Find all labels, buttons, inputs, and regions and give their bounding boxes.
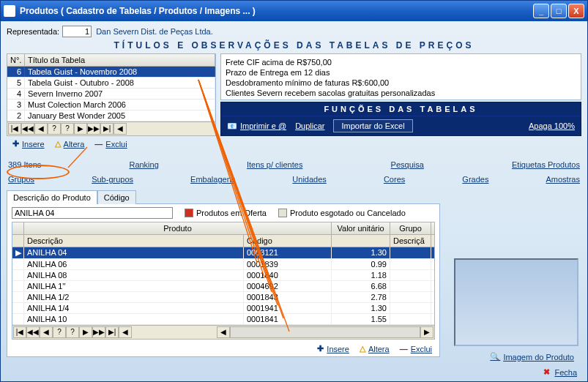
products-nav: |◀ ◀◀ ◀ ? ? ▶ ▶▶ ▶| ◀ ◀ ▶ [12,325,434,339]
pnav-help[interactable]: ? [53,326,66,338]
close-button[interactable]: X [568,4,584,18]
table-row[interactable]: 3Must Colection March 2006 [7,100,215,111]
table-row[interactable]: 4Severn Inverno 2007 [7,89,215,100]
insert-button[interactable]: ✚Insere [12,139,45,149]
obs-box[interactable]: Frete CIF acima de R$750,00 Prazo de Ent… [220,53,581,100]
lnk-amostras[interactable]: Amostras [546,175,579,184]
product-row[interactable]: ANILHA 0600018390.99 [12,259,434,270]
annotation-oval [7,165,70,179]
lnk-cores[interactable]: Cores [384,175,405,184]
pnav-extra[interactable]: ◀ [119,326,132,338]
nav-next-page[interactable]: ▶▶ [87,123,100,135]
table-row[interactable]: 5Tabela Guist - Outubro - 2008 [7,78,215,89]
representada-row: Representada: Dan Severn Dist. de Peças … [7,26,581,37]
prod-delete-button[interactable]: —Exclui [400,344,432,353]
tables-nav: |◀ ◀◀ ◀ ? ? ▶ ▶▶ ▶| ◀ [7,121,215,135]
links-row-1: 389 Itens Ranking Itens p/ clientes Pesq… [7,156,581,171]
product-row[interactable]: ANILHA 0800018401.18 [12,270,434,281]
lnk-subgrupos[interactable]: Sub-grupos [92,175,133,184]
product-search-input[interactable] [12,207,173,219]
print-button[interactable]: 📧 Imprimir e @ [227,121,286,131]
func-bar: FUNÇÕES DAS TABELAS 📧 Imprimir e @ Dupli… [220,102,581,136]
product-row[interactable]: ANILHA 1/200018432.78 [12,292,434,303]
tabs: Descrição do Produto Código [7,190,581,203]
prod-insert-button[interactable]: ✚Insere [317,344,349,353]
obs-line: Clientes Severn recebem sacolas gratuita… [226,88,576,98]
product-row[interactable]: ANILHA 1/400019411.30 [12,303,434,314]
rep-name: Dan Severn Dist. de Peças Ltda. [96,27,213,36]
chk-oferta[interactable]: Produtos em Oferta [185,209,267,217]
pnav-scroll-r[interactable]: ▶ [420,326,433,338]
rep-code-input[interactable] [62,26,92,37]
obs-line: Frete CIF acima de R$750,00 [226,57,576,67]
tab-codigo[interactable]: Código [97,190,136,204]
nav-first[interactable]: |◀ [8,123,21,135]
col-codigo[interactable]: Código [244,235,332,247]
func-title: FUNÇÕES DAS TABELAS [221,102,581,116]
table-row[interactable]: 2January Best Wonder 2005 [7,111,215,121]
edit-button[interactable]: △Altera [55,139,85,149]
window-title: Produtos ( Cadastro de Tabelas / Produto… [20,6,532,16]
lnk-ranking[interactable]: Ranking [129,160,158,169]
rep-label: Representada: [7,27,59,36]
pnav-prev[interactable]: ◀ [40,326,53,338]
nav-next[interactable]: ▶ [74,123,87,135]
hscroll[interactable] [230,326,420,338]
lnk-pesquisa[interactable]: Pesquisa [391,160,424,169]
pnav-next[interactable]: ▶ [79,326,92,338]
chk-esgotado[interactable]: Produto esgotado ou Cancelado [278,209,406,217]
lnk-itens-clientes[interactable]: Itens p/ clientes [247,160,302,169]
fecha-link[interactable]: Fecha [554,368,577,377]
product-row[interactable]: ANILHA 1000018411.55 [12,314,434,325]
col-header-n[interactable]: N°. [7,54,25,66]
nav-last[interactable]: ▶| [100,123,113,135]
footer: ✖ Fecha [543,367,577,377]
lnk-grades[interactable]: Grades [462,175,488,184]
titlebar: Produtos ( Cadastro de Tabelas / Produto… [1,1,587,21]
products-grid[interactable]: Produto Valor unitário Grupo Descrição C… [12,222,435,340]
obs-line: Prazo de Entrega em 12 dias [226,67,576,78]
duplicate-button[interactable]: Duplicar [295,121,324,130]
pnav-first[interactable]: |◀ [13,326,26,338]
nav-help2[interactable]: ? [61,123,74,135]
import-excel-button[interactable]: Importar do Excel [333,119,412,132]
col-valor[interactable]: Valor unitário [332,222,390,234]
links-row-2: Grupos Sub-grupos Embalagens Unidades Co… [7,173,581,187]
nav-help[interactable]: ? [48,123,61,135]
prod-edit-button[interactable]: △Altera [360,344,390,353]
table-row[interactable]: 6Tabela Guist - Novembro 2008 [7,67,215,78]
pnav-nextp[interactable]: ▶▶ [92,326,105,338]
lnk-unidades[interactable]: Unidades [292,175,326,184]
col-descricao[interactable]: Descrição [24,235,244,247]
minimize-button[interactable]: _ [533,4,549,18]
section-title: TÍTULOS E OBSERVAÇÕES DAS TABELAS DE PRE… [7,40,581,50]
pnav-scroll-l[interactable]: ◀ [217,326,230,338]
pnav-help2[interactable]: ? [66,326,79,338]
app-icon [4,5,15,17]
pnav-last[interactable]: ▶| [105,326,119,338]
checkbox-icon [278,209,287,217]
nav-prev[interactable]: ◀ [34,123,48,135]
imagem-produto-link[interactable]: 🔍 Imagem do Produto [490,352,574,362]
product-row[interactable]: ▶ANILHA 0400031211.30 [12,247,434,259]
col-descricao2[interactable]: Descriçã [390,235,431,247]
delete-button[interactable]: —Exclui [94,139,127,149]
nav-extra[interactable]: ◀ [113,123,127,135]
col-grupo[interactable]: Grupo [390,222,431,234]
pnav-prevp[interactable]: ◀◀ [26,326,40,338]
col-header-title[interactable]: Título da Tabela [25,54,215,66]
tables-grid[interactable]: N°. Título da Tabela 6Tabela Guist - Nov… [7,53,216,136]
tab-descricao[interactable]: Descrição do Produto [7,190,97,204]
wipe-button[interactable]: Apaga 100% [529,121,575,130]
maximize-button[interactable]: □ [551,4,567,18]
app-window: Produtos ( Cadastro de Tabelas / Produto… [0,0,588,382]
lnk-embalagens[interactable]: Embalagens [190,175,235,184]
image-preview[interactable] [454,258,578,346]
col-produto[interactable]: Produto [24,222,332,234]
nav-prev-page[interactable]: ◀◀ [21,123,34,135]
product-row[interactable]: ANILHA 1''00046926.68 [12,281,434,292]
obs-line: Desdobramento mínimo de faturas R$:600,0… [226,78,576,88]
close-icon: ✖ [543,367,550,377]
lnk-etiquetas[interactable]: Etiquetas Produtos [512,160,580,169]
tables-actions: ✚Insere △Altera —Exclui [7,136,216,153]
